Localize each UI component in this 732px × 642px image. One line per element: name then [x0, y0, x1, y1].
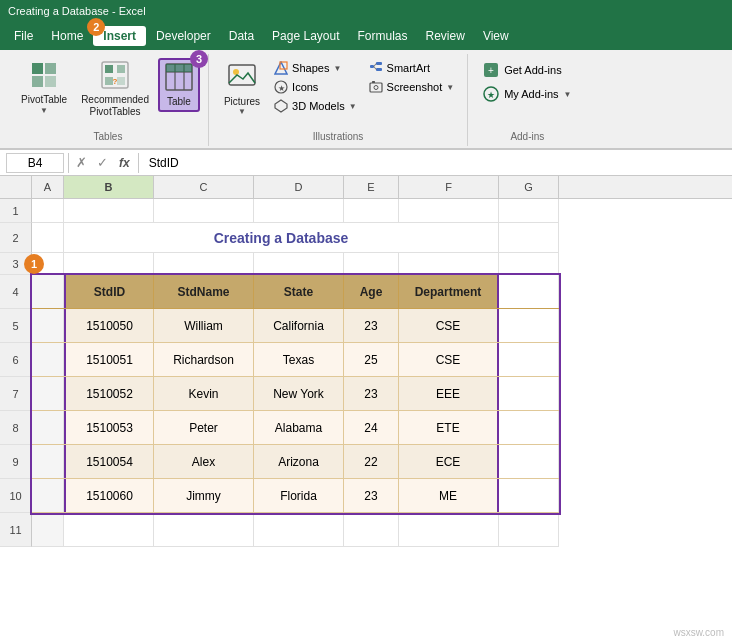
- cell-b7[interactable]: 1510052: [64, 377, 154, 410]
- cell-g8[interactable]: [499, 411, 559, 444]
- cell-b3[interactable]: [64, 253, 154, 274]
- cell-b2-merged[interactable]: Creating a Database: [64, 223, 499, 252]
- row-header-7[interactable]: 7: [0, 377, 32, 411]
- cell-d9[interactable]: Arizona: [254, 445, 344, 478]
- cell-d1[interactable]: [254, 199, 344, 222]
- menu-developer[interactable]: Developer: [148, 26, 219, 46]
- cancel-icon[interactable]: ✗: [73, 155, 90, 170]
- cell-b11[interactable]: [64, 513, 154, 546]
- cell-g9[interactable]: [499, 445, 559, 478]
- cell-c8[interactable]: Peter: [154, 411, 254, 444]
- 3d-models-button[interactable]: 3D Models ▼: [271, 98, 360, 114]
- cell-c7[interactable]: Kevin: [154, 377, 254, 410]
- cell-f9[interactable]: ECE: [399, 445, 499, 478]
- cell-a8[interactable]: [32, 411, 64, 444]
- cell-a10[interactable]: [32, 479, 64, 512]
- menu-view[interactable]: View: [475, 26, 517, 46]
- cell-f6[interactable]: CSE: [399, 343, 499, 376]
- cell-d6[interactable]: Texas: [254, 343, 344, 376]
- cell-a2[interactable]: [32, 223, 64, 252]
- cell-a4[interactable]: [32, 275, 64, 308]
- col-header-a[interactable]: A: [32, 176, 64, 198]
- cell-c3[interactable]: [154, 253, 254, 274]
- confirm-icon[interactable]: ✓: [94, 155, 111, 170]
- cell-b1[interactable]: [64, 199, 154, 222]
- cell-c4[interactable]: StdName: [154, 275, 254, 308]
- row-header-6[interactable]: 6: [0, 343, 32, 377]
- cell-c9[interactable]: Alex: [154, 445, 254, 478]
- cell-f11[interactable]: [399, 513, 499, 546]
- cell-g10[interactable]: [499, 479, 559, 512]
- table-button[interactable]: 3 Table: [158, 58, 200, 112]
- cell-reference-box[interactable]: B4: [6, 153, 64, 173]
- row-header-4[interactable]: 4: [0, 275, 32, 309]
- pivot-table-button[interactable]: PivotTable ▼: [16, 58, 72, 118]
- cell-c1[interactable]: [154, 199, 254, 222]
- cell-a9[interactable]: [32, 445, 64, 478]
- cell-f3[interactable]: [399, 253, 499, 274]
- row-header-5[interactable]: 5: [0, 309, 32, 343]
- cell-d3[interactable]: [254, 253, 344, 274]
- menu-review[interactable]: Review: [418, 26, 473, 46]
- row-header-1[interactable]: 1: [0, 199, 32, 223]
- col-header-f[interactable]: F: [399, 176, 499, 198]
- cell-d4[interactable]: State: [254, 275, 344, 308]
- menu-formulas[interactable]: Formulas: [350, 26, 416, 46]
- menu-home[interactable]: Home: [43, 26, 91, 46]
- row-header-9[interactable]: 9: [0, 445, 32, 479]
- cell-g6[interactable]: [499, 343, 559, 376]
- cell-b4[interactable]: StdID: [64, 275, 154, 308]
- cell-g3[interactable]: [499, 253, 559, 274]
- icons-button[interactable]: ★ Icons: [271, 79, 360, 95]
- cell-c5[interactable]: William: [154, 309, 254, 342]
- cell-g11[interactable]: [499, 513, 559, 546]
- cell-f4[interactable]: Department: [399, 275, 499, 308]
- shapes-button[interactable]: Shapes ▼: [271, 60, 360, 76]
- cell-b10[interactable]: 1510060: [64, 479, 154, 512]
- col-header-c[interactable]: C: [154, 176, 254, 198]
- cell-e10[interactable]: 23: [344, 479, 399, 512]
- cell-g4[interactable]: [499, 275, 559, 308]
- cell-f10[interactable]: ME: [399, 479, 499, 512]
- cell-e3[interactable]: [344, 253, 399, 274]
- my-addins-button[interactable]: ★ My Add-ins ▼: [478, 84, 576, 104]
- pictures-button[interactable]: Pictures ▼: [219, 58, 265, 119]
- get-addins-button[interactable]: + Get Add-ins: [478, 60, 576, 80]
- cell-a6[interactable]: [32, 343, 64, 376]
- cell-a11[interactable]: [32, 513, 64, 546]
- row-header-11[interactable]: 11: [0, 513, 32, 547]
- cell-a5[interactable]: [32, 309, 64, 342]
- cell-d5[interactable]: California: [254, 309, 344, 342]
- cell-a7[interactable]: [32, 377, 64, 410]
- row-header-8[interactable]: 8: [0, 411, 32, 445]
- cell-g7[interactable]: [499, 377, 559, 410]
- cell-e5[interactable]: 23: [344, 309, 399, 342]
- cell-e8[interactable]: 24: [344, 411, 399, 444]
- cell-d7[interactable]: New York: [254, 377, 344, 410]
- cell-c6[interactable]: Richardson: [154, 343, 254, 376]
- cell-e7[interactable]: 23: [344, 377, 399, 410]
- cell-d11[interactable]: [254, 513, 344, 546]
- function-icon[interactable]: fx: [115, 156, 134, 170]
- screenshot-button[interactable]: Screenshot ▼: [366, 79, 458, 95]
- recommended-pivottables-button[interactable]: ? RecommendedPivotTables: [76, 58, 154, 121]
- cell-g5[interactable]: [499, 309, 559, 342]
- smartart-button[interactable]: SmartArt: [366, 60, 458, 76]
- cell-b5[interactable]: 1510050: [64, 309, 154, 342]
- cell-c10[interactable]: Jimmy: [154, 479, 254, 512]
- cell-f5[interactable]: CSE: [399, 309, 499, 342]
- cell-e1[interactable]: [344, 199, 399, 222]
- col-header-d[interactable]: D: [254, 176, 344, 198]
- menu-data[interactable]: Data: [221, 26, 262, 46]
- cell-e9[interactable]: 22: [344, 445, 399, 478]
- cell-c11[interactable]: [154, 513, 254, 546]
- cell-f7[interactable]: EEE: [399, 377, 499, 410]
- menu-insert[interactable]: Insert 2: [93, 26, 146, 46]
- cell-d10[interactable]: Florida: [254, 479, 344, 512]
- cell-g1[interactable]: [499, 199, 559, 222]
- cell-d8[interactable]: Alabama: [254, 411, 344, 444]
- cell-e4[interactable]: Age: [344, 275, 399, 308]
- menu-page-layout[interactable]: Page Layout: [264, 26, 347, 46]
- cell-e6[interactable]: 25: [344, 343, 399, 376]
- col-header-b[interactable]: B: [64, 176, 154, 198]
